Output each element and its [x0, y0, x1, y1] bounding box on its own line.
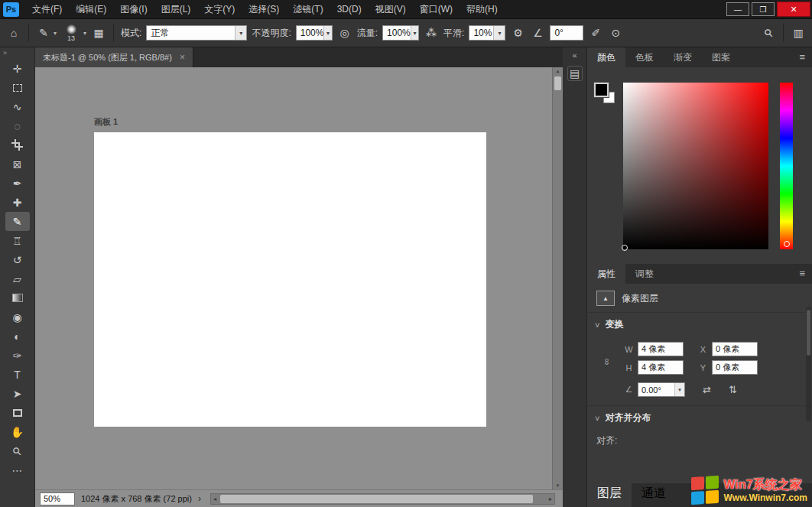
rectangle-tool[interactable] — [5, 403, 30, 422]
menu-select[interactable]: 选择(S) — [242, 0, 286, 18]
toolbar-collapse-icon[interactable]: » — [0, 47, 34, 59]
horizontal-scrollbar[interactable]: ◂ ▸ — [210, 493, 555, 505]
menu-file[interactable]: 文件(F) — [25, 0, 69, 18]
scroll-down-icon[interactable]: ▾ — [553, 483, 563, 489]
scroll-up-icon[interactable]: ▴ — [553, 68, 563, 74]
smoothing-options-gear-icon[interactable]: ⚙ — [510, 27, 525, 39]
vertical-scroll-thumb[interactable] — [554, 76, 561, 90]
blur-tool[interactable]: ◉ — [5, 307, 30, 327]
pressure-stylus-icon[interactable]: ✐ — [588, 27, 603, 39]
home-icon[interactable]: ⌂ — [6, 27, 21, 39]
clone-stamp-tool[interactable]: ♖ — [5, 231, 30, 250]
tab-swatches[interactable]: 色板 — [625, 47, 664, 67]
chevron-down-icon[interactable]: ▾ — [235, 26, 246, 40]
move-tool[interactable]: ✛ — [5, 59, 30, 78]
chevron-down-icon[interactable]: ▾ — [493, 26, 505, 40]
tab-adjustments[interactable]: 调整 — [625, 264, 664, 284]
history-brush-tool[interactable]: ↺ — [5, 250, 30, 269]
brush-preview-picker[interactable]: 13 — [61, 24, 81, 42]
workspace-switcher-icon[interactable]: ▥ — [791, 27, 806, 39]
canvas-viewport[interactable]: 画板 1 ▴ ▾ — [35, 67, 563, 489]
tab-gradients[interactable]: 渐变 — [664, 47, 702, 67]
brush-preset-dropdown-icon[interactable]: ▾ — [54, 30, 57, 37]
tab-properties[interactable]: 属性 — [587, 264, 625, 284]
menu-help[interactable]: 帮助(H) — [460, 0, 505, 18]
align-section-header[interactable]: ˅ 对齐并分布 — [587, 405, 812, 430]
menu-window[interactable]: 窗口(W) — [413, 0, 460, 18]
properties-scrollbar[interactable] — [806, 307, 811, 421]
chevron-down-icon[interactable]: ▾ — [674, 383, 684, 396]
menu-view[interactable]: 视图(V) — [369, 0, 413, 18]
artboard-label[interactable]: 画板 1 — [94, 116, 118, 128]
vertical-scrollbar[interactable]: ▴ ▾ — [552, 67, 563, 489]
airbrush-icon[interactable]: ⁂ — [424, 27, 439, 39]
tab-color[interactable]: 颜色 — [587, 47, 625, 67]
close-button[interactable]: ✕ — [777, 2, 810, 17]
tab-layers[interactable]: 图层 — [587, 483, 632, 503]
minimize-button[interactable]: — — [726, 2, 749, 16]
artboard-canvas[interactable] — [94, 132, 486, 427]
crop-tool[interactable] — [5, 135, 30, 154]
menu-3d[interactable]: 3D(D) — [330, 0, 369, 18]
zoom-level-field[interactable]: 50% — [40, 492, 75, 505]
tab-close-icon[interactable]: × — [180, 52, 185, 63]
pen-tool[interactable]: ✑ — [5, 346, 30, 365]
edit-toolbar-button[interactable]: ⋯ — [5, 460, 30, 479]
blend-mode-select[interactable]: 正常 ▾ — [146, 25, 247, 41]
tab-patterns[interactable]: 图案 — [702, 47, 740, 67]
color-field-marker[interactable] — [622, 245, 628, 251]
type-tool[interactable]: T — [5, 365, 30, 384]
foreground-color-swatch[interactable] — [594, 83, 609, 97]
saturation-brightness-field[interactable] — [623, 83, 768, 249]
flow-select[interactable]: 100% ▾ — [382, 25, 419, 41]
frame-tool[interactable]: ⊠ — [5, 154, 30, 174]
path-selection-tool[interactable]: ➤ — [5, 384, 30, 403]
eyedropper-tool[interactable]: ✒ — [5, 174, 30, 193]
brush-settings-panel-icon[interactable]: ▦ — [91, 27, 106, 39]
hand-tool[interactable]: ✋ — [5, 422, 30, 441]
y-field[interactable]: 0 像素 — [712, 360, 758, 375]
object-selection-tool[interactable]: ◌ — [5, 116, 30, 135]
chevron-down-icon[interactable]: ▾ — [323, 26, 331, 40]
menu-type[interactable]: 文字(Y) — [197, 0, 242, 18]
menu-image[interactable]: 图像(I) — [113, 0, 154, 18]
link-dimensions-icon[interactable]: ∞ — [602, 359, 612, 366]
scroll-left-icon[interactable]: ◂ — [211, 494, 219, 504]
panel-menu-icon[interactable]: ≡ — [799, 264, 812, 284]
scroll-right-icon[interactable]: ▸ — [547, 494, 554, 504]
tab-channels[interactable]: 通道 — [632, 483, 676, 503]
menu-filter[interactable]: 滤镜(T) — [286, 0, 330, 18]
hue-slider[interactable] — [780, 83, 793, 249]
hue-slider-marker[interactable] — [784, 241, 790, 247]
brush-picker-dropdown-icon[interactable]: ▾ — [83, 30, 86, 37]
dodge-tool[interactable]: ◐ — [5, 327, 30, 346]
brush-preset-icon[interactable]: ✎ — [36, 27, 51, 39]
healing-brush-tool[interactable]: ✚ — [5, 193, 30, 212]
transform-section-header[interactable]: ˅ 变换 — [587, 312, 812, 336]
height-field[interactable]: 4 像素 — [638, 360, 684, 375]
smoothing-select[interactable]: 10% ▾ — [469, 25, 505, 41]
expand-panels-icon[interactable]: « — [563, 47, 586, 60]
chevron-down-icon[interactable]: ▾ — [411, 26, 418, 40]
gradient-tool[interactable] — [5, 288, 30, 307]
marquee-tool[interactable] — [5, 78, 30, 97]
pressure-size-icon[interactable]: ⊙ — [608, 27, 623, 39]
menu-edit[interactable]: 编辑(E) — [69, 0, 113, 18]
x-field[interactable]: 0 像素 — [712, 342, 758, 356]
libraries-panel-icon[interactable]: ▤ — [567, 66, 583, 81]
menu-layer[interactable]: 图层(L) — [154, 0, 198, 18]
horizontal-scroll-thumb[interactable] — [220, 495, 533, 503]
document-tab[interactable]: 未标题-1 @ 50% (图层 1, RGB/8#) × — [35, 47, 193, 67]
eraser-tool[interactable]: ▱ — [5, 269, 30, 288]
status-options-chevron-icon[interactable]: › — [198, 493, 201, 504]
panel-menu-icon[interactable]: ≡ — [799, 47, 812, 67]
rotate-angle-field[interactable]: 0.00° ▾ — [638, 382, 685, 397]
brush-angle-field[interactable]: 0° — [550, 25, 583, 41]
opacity-select[interactable]: 100% ▾ — [296, 25, 333, 41]
search-icon[interactable]: ⚲ — [758, 23, 778, 42]
brush-tool[interactable]: ✎ — [5, 212, 30, 231]
flip-horizontal-icon[interactable]: ⇄ — [703, 384, 711, 395]
pressure-opacity-icon[interactable]: ◎ — [337, 27, 352, 39]
maximize-button[interactable]: ❐ — [752, 2, 775, 16]
zoom-tool[interactable]: ⚲ — [5, 441, 30, 460]
